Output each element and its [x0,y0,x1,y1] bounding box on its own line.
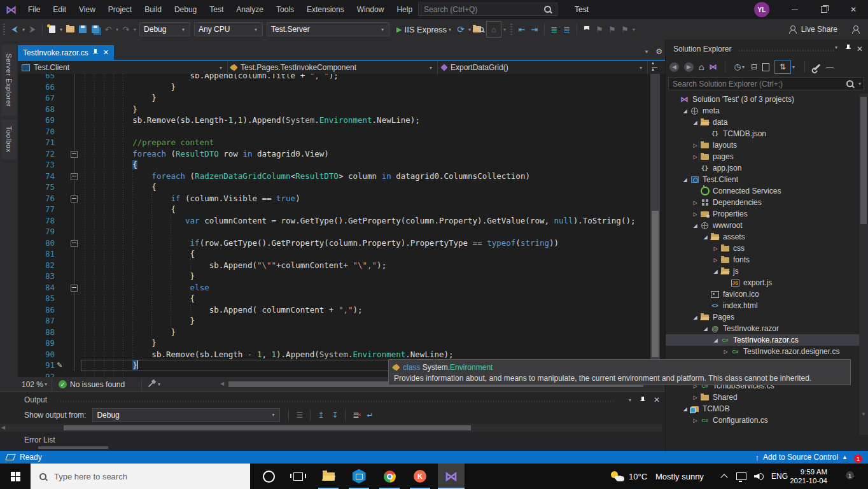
menu-build[interactable]: Build [138,0,168,19]
tree-item-app-json[interactable]: {}app.json [666,162,859,174]
scrollbar-thumb[interactable] [64,425,471,430]
configuration-dropdown[interactable]: Debug▾ [139,22,190,36]
editor-vertical-scrollbar[interactable] [650,74,660,377]
output-horizontal-scrollbar[interactable]: ◀ [0,424,662,432]
tree-item-tcmdb-json[interactable]: {}TCMDB.json [666,128,859,139]
collapsed-arrow-icon[interactable]: ▷ [711,257,720,263]
fold-margin[interactable] [67,74,81,82]
menu-window[interactable]: Window [351,0,391,19]
tree-item-export-js[interactable]: JSexport.js [666,277,859,288]
tree-item-css[interactable]: ▷css [666,243,859,254]
fold-margin[interactable] [67,337,81,349]
tree-item-data[interactable]: ◢data [666,117,859,128]
code-line-89[interactable]: 89 } [18,337,650,349]
fold-margin[interactable] [67,248,81,260]
pin-icon[interactable] [93,49,99,56]
tree-item-favicon-ico[interactable]: favicon.ico [666,288,859,300]
breakpoint-gutter[interactable] [55,171,67,182]
hexagon-app-button[interactable] [346,464,372,489]
tree-item-dependencies[interactable]: ▷Dependencies [666,197,859,208]
menu-edit[interactable]: Edit [46,0,73,19]
fold-margin[interactable] [67,92,81,104]
collapsed-arrow-icon[interactable]: ▷ [691,418,699,423]
expanded-arrow-icon[interactable]: ◢ [681,177,689,183]
breakpoint-gutter[interactable] [55,92,67,104]
breakpoint-gutter[interactable] [55,181,67,193]
breakpoint-gutter[interactable] [55,260,67,271]
pin-icon[interactable] [846,45,851,52]
solution-explorer-scrollbar[interactable]: ▼ [859,94,868,435]
fold-margin[interactable] [67,104,81,115]
previous-message-icon[interactable]: ↥ [318,411,324,420]
message-options-icon[interactable]: ☰ [296,411,303,420]
fold-margin[interactable] [67,282,81,294]
close-panel-icon[interactable]: ✕ [857,45,863,53]
solution-explorer-search-input[interactable]: Search Solution Explorer (Ctrl+;) ▾ [668,77,864,90]
toolbar-grip[interactable] [3,24,5,35]
tree-item-layouts[interactable]: ▷layouts [666,139,859,151]
restore-button[interactable] [809,0,839,19]
collapse-region-icon[interactable] [71,173,78,180]
live-share-button[interactable]: Live Share [801,25,837,34]
tree-item-shared[interactable]: ▷Shared [666,392,859,403]
document-dropdown-icon[interactable]: ▾ [645,48,648,55]
open-file-button[interactable] [64,22,76,37]
tree-item-pages[interactable]: ◢Pages [666,311,859,323]
tree-item-js[interactable]: ◢js [666,266,859,277]
network-button[interactable] [733,464,750,489]
save-button[interactable] [77,22,88,37]
decrease-indent-button[interactable]: ≣ [549,22,560,37]
zoom-dropdown-icon[interactable]: ▾ [45,381,47,387]
collapse-region-icon[interactable] [71,285,78,292]
undo-button[interactable]: ↶ [102,22,114,37]
expanded-arrow-icon[interactable]: ◢ [691,120,699,125]
code-line-84[interactable]: 84 else [18,282,650,294]
breadcrumb-member-dropdown[interactable]: ExportDataGrid() ▾ [438,61,648,74]
breakpoint-gutter[interactable] [55,293,67,304]
scrollbar-thumb[interactable] [860,97,867,224]
refresh-dropdown-icon[interactable]: ▾ [468,27,471,32]
code-editor[interactable]: 65 sb.Append(column.Title + ", ");66 }67… [18,74,650,377]
tree-item-assets[interactable]: ◢assets [666,231,859,243]
menu-analyze[interactable]: Analyze [230,0,270,19]
toolbox-tab[interactable]: Toolbox [1,120,17,159]
sync-dropdown-icon[interactable]: ▾ [792,64,795,70]
show-all-files-icon[interactable] [762,63,769,71]
new-file-dropdown-icon[interactable]: ▾ [60,27,62,32]
forward-icon[interactable]: ▶ [684,62,694,72]
code-line-77[interactable]: 77 { [18,204,650,215]
home-icon[interactable]: ⌂ [699,62,704,72]
breakpoint-gutter[interactable] [55,193,67,204]
sync-with-active-document-toggle[interactable]: ⇅ [774,60,791,74]
editor-settings-gear-icon[interactable]: ⚙ [655,47,662,56]
tree-item-testinvoke-razor-designer-cs[interactable]: ▷C#TestInvoke.razor.designer.cs [666,346,859,357]
breakpoint-gutter[interactable] [55,74,67,82]
background-tasks-icon[interactable] [5,454,16,460]
taskbar-clock[interactable]: 9:59 AM 2021-10-04 [790,464,827,489]
pin-icon[interactable] [640,397,646,404]
fold-margin[interactable] [67,148,81,160]
fold-margin[interactable] [67,304,81,316]
tree-item-index-html[interactable]: <>index.html [666,300,859,311]
back-icon[interactable]: ◀ [669,62,679,72]
expanded-arrow-icon[interactable]: ◢ [711,269,720,274]
next-message-icon[interactable]: ↧ [332,411,338,420]
code-line-85[interactable]: 85 { [18,293,650,304]
fold-margin[interactable] [67,315,81,327]
fold-margin[interactable] [67,137,81,148]
weather-temperature[interactable]: 10°C [629,464,647,489]
fold-margin[interactable] [67,204,81,215]
breakpoint-gutter[interactable] [55,82,67,93]
expanded-arrow-icon[interactable]: ◢ [701,326,710,332]
code-line-74[interactable]: 74 foreach (RadzenDataGridColumn<ResultD… [18,171,650,182]
fold-margin[interactable] [67,360,81,371]
menu-debug[interactable]: Debug [168,0,203,19]
attach-dropdown-icon[interactable]: ▾ [503,27,506,32]
collapsed-arrow-icon[interactable]: ▷ [691,211,699,217]
collapsed-arrow-icon[interactable]: ▷ [691,154,699,160]
code-line-68[interactable]: 68 } [18,104,650,115]
action-center-button[interactable]: 1 [837,464,863,489]
breakpoint-gutter[interactable] [55,104,67,115]
code-line-65[interactable]: 65 sb.Append(column.Title + ", "); [18,74,650,82]
tree-item-pages[interactable]: ▷pages [666,151,859,162]
